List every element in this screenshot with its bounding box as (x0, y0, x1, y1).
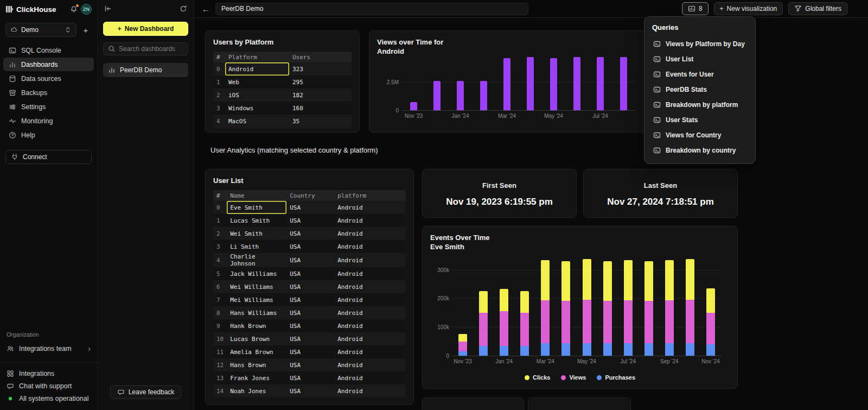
plus-icon: + (118, 25, 122, 33)
brand-name: ClickHouse (16, 5, 67, 14)
stat-value: Nov 27, 2024 7:18:51 pm (591, 197, 730, 207)
bar-segment (541, 300, 550, 343)
table-row[interactable]: 3Windows160 (213, 102, 352, 115)
footer-item-all-systems-operational[interactable]: All systems operational (0, 392, 97, 405)
sidebar-item-dashboards[interactable]: Dashboards (3, 58, 94, 71)
table-row[interactable]: 8Hans WilliamsUSAAndroid (213, 306, 406, 319)
query-item-breakdown-by-country[interactable]: Breakdown by country (649, 143, 751, 158)
service-name: Demo (21, 26, 39, 34)
table-cell: 182 (289, 89, 352, 102)
sidebar-item-settings[interactable]: Settings (3, 100, 94, 113)
service-selector[interactable]: Demo (5, 23, 76, 37)
legend-item-clicks[interactable]: Clicks (525, 374, 550, 381)
table-cell: 14 (213, 384, 227, 398)
table-cell: 7 (213, 293, 227, 306)
table-row[interactable]: 1Web295 (213, 75, 352, 89)
dashboard-title-input[interactable] (215, 3, 528, 15)
table-row[interactable]: 5Jack WilliamsUSAAndroid (213, 267, 406, 280)
bar-segment (520, 346, 529, 356)
table-row[interactable]: 1Lucas SmithUSAAndroid (213, 214, 406, 227)
sidebar-item-sql-console[interactable]: SQL Console (3, 43, 94, 57)
query-icon (653, 86, 661, 93)
table-cell: 0 (213, 201, 227, 214)
table-cell: Android (334, 319, 406, 332)
table-row[interactable]: 9Hank BrownUSAAndroid (213, 319, 406, 332)
table-cell: Charlie Johnson (227, 253, 286, 267)
dashboard-search[interactable] (103, 42, 188, 55)
table-cell: USA (286, 214, 334, 227)
refresh-icon[interactable] (180, 5, 187, 12)
table-row[interactable]: 0Android323 (213, 62, 352, 75)
table-row[interactable]: 12Hans BrownUSAAndroid (213, 358, 406, 371)
bar-segment (583, 259, 591, 300)
new-visualization-button[interactable]: + New visualization (714, 2, 783, 15)
query-item-peerdb-stats[interactable]: PeerDB Stats (649, 82, 751, 97)
table-row[interactable]: 7Mei WilliamsUSAAndroid (213, 293, 406, 306)
search-input[interactable] (119, 45, 183, 53)
sidebar-item-backups[interactable]: Backups (3, 86, 94, 99)
notifications-bell-icon[interactable] (70, 5, 78, 13)
connect-button[interactable]: Connect (5, 150, 92, 164)
query-item-breakdown-by-platform[interactable]: Breakdown by platform (649, 97, 751, 112)
sidebar-item-data-sources[interactable]: Data sources (3, 72, 94, 85)
table-cell: Eve Smith (227, 201, 286, 214)
avatar[interactable]: ZN (81, 4, 92, 15)
global-filters-button[interactable]: Global filters (788, 2, 847, 15)
table-row[interactable]: 13Frank JonesUSAAndroid (213, 371, 406, 384)
back-button[interactable]: ← (202, 4, 210, 14)
bar-segment (583, 300, 591, 343)
bar-segment (624, 343, 633, 356)
table-row[interactable]: 6Wei WilliamsUSAAndroid (213, 280, 406, 293)
legend-dot (561, 375, 566, 380)
legend-label: Clicks (533, 374, 550, 381)
collapse-panel-icon[interactable] (104, 5, 112, 12)
table-row[interactable]: 4Charlie JohnsonUSAAndroid (213, 253, 406, 267)
table-cell: 4 (213, 115, 225, 128)
query-item-label: Views for Country (666, 131, 721, 139)
sidebar-item-help[interactable]: Help (3, 128, 94, 142)
sidebar-item-monitoring[interactable]: Monitoring (3, 114, 94, 128)
plus-icon: + (720, 5, 724, 12)
table-cell: 3 (213, 102, 225, 115)
legend-item-purchases[interactable]: Purchases (597, 374, 635, 381)
table-row[interactable]: 4MacOS35 (213, 115, 352, 128)
add-service-button[interactable]: + (80, 24, 92, 36)
query-icon (653, 116, 661, 124)
monitoring-icon (9, 117, 16, 125)
bar-segment (603, 343, 612, 356)
table-row[interactable]: 2iOS182 (213, 89, 352, 102)
footer-item-label: All systems operational (19, 395, 89, 402)
table-cell: Hans Brown (227, 358, 286, 371)
bar-segment (665, 300, 674, 343)
legend-item-views[interactable]: Views (561, 374, 586, 381)
query-item-views-by-platform-by-day[interactable]: Views by Platform by Day (649, 36, 751, 52)
table-row[interactable]: 0Eve SmithUSAAndroid (213, 201, 406, 214)
table-cell: Android (334, 293, 406, 306)
table-row[interactable]: 14Noah JonesUSAAndroid (213, 384, 406, 398)
query-item-events-for-user[interactable]: Events for User (649, 67, 751, 82)
table-row[interactable]: 11Amelia BrownUSAAndroid (213, 345, 406, 358)
table-row[interactable]: 10Lucas BrownUSAAndroid (213, 332, 406, 345)
sidebar-nav: SQL ConsoleDashboardsData sourcesBackups… (0, 43, 97, 142)
queries-toggle-button[interactable]: 8 (682, 2, 709, 15)
table-cell: USA (286, 253, 334, 267)
funnel-icon (794, 5, 802, 12)
table-row[interactable]: 2Wei SmithUSAAndroid (213, 227, 406, 240)
footer-item-integrations[interactable]: Integrations (0, 367, 97, 380)
connect-wrap: Connect (0, 142, 97, 172)
legend-label: Views (569, 374, 586, 381)
footer-item-chat-with-support[interactable]: Chat with support (0, 380, 97, 392)
stat-value: Nov 19, 2023 6:19:55 pm (430, 197, 569, 207)
y-axis-label: 2.5M (377, 79, 399, 85)
table-row[interactable]: 3Li SmithUSAAndroid (213, 240, 406, 253)
query-item-user-stats[interactable]: User Stats (649, 112, 751, 128)
query-item-user-list[interactable]: User List (649, 52, 751, 67)
new-dashboard-button[interactable]: + New Dashboard (103, 22, 188, 36)
query-item-views-for-country[interactable]: Views for Country (649, 128, 751, 143)
dashboard-list-item[interactable]: PeerDB Demo (103, 63, 188, 77)
bar (457, 81, 464, 110)
sidebar-item-integrations-team[interactable]: Integrations team › (0, 342, 97, 356)
console-icon (9, 47, 16, 54)
leave-feedback-button[interactable]: Leave feedback (110, 385, 182, 399)
chat-icon (7, 382, 14, 390)
